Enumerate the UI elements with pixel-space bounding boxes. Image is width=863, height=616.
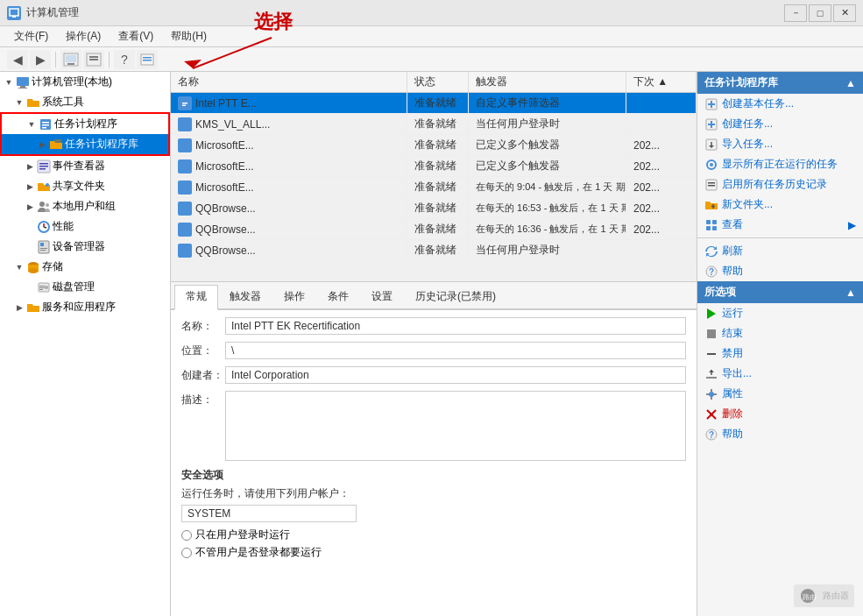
expand-event-icon[interactable]: ▶ <box>25 161 35 172</box>
tree-item-services[interactable]: ▶ 服务和应用程序 <box>0 297 170 317</box>
tree-item-root[interactable]: ▼ 计算机管理(本地) <box>0 72 170 92</box>
expand-disk-icon[interactable] <box>25 282 35 293</box>
action-create-basic[interactable]: 创建基本任务... <box>697 94 863 114</box>
toolbar-btn1[interactable] <box>60 50 81 69</box>
action-run[interactable]: 运行 <box>697 303 863 323</box>
col-name[interactable]: 名称 <box>171 72 407 92</box>
storage-icon <box>26 260 40 274</box>
table-row[interactable]: MicrosoftE... 准备就绪 已定义多个触发器 202... <box>171 156 697 177</box>
tree-label-event: 事件查看器 <box>53 159 105 173</box>
toolbar-forward[interactable]: ▶ <box>30 50 51 69</box>
cell-status: 准备就绪 <box>407 114 469 134</box>
tree-item-perf[interactable]: 性能 <box>0 216 170 237</box>
menu-help[interactable]: 帮助(H) <box>164 27 214 46</box>
action-help-2[interactable]: ? 帮助 <box>697 424 863 444</box>
toolbar-help[interactable]: ? <box>114 50 135 69</box>
action-disable[interactable]: 禁用 <box>697 343 863 364</box>
desc-label: 描述： <box>181 391 225 407</box>
col-next[interactable]: 下次 ▲ <box>626 72 697 92</box>
table-row[interactable]: Intel PTT E... 准备就绪 自定义事件筛选器 <box>171 93 697 114</box>
tab-history[interactable]: 历史记录(已禁用) <box>404 285 507 308</box>
tree-item-task-sched[interactable]: ▼ 任务计划程序 <box>2 114 168 134</box>
action-new-folder-label: 新文件夹... <box>722 197 773 212</box>
tree-item-device[interactable]: 设备管理器 <box>0 237 170 257</box>
action-import[interactable]: 导入任务... <box>697 134 863 154</box>
tree-item-local-users[interactable]: ▶ 本地用户和组 <box>0 196 170 216</box>
expand-shared-icon[interactable]: ▶ <box>25 181 35 192</box>
actions-header-2[interactable]: 所选项 ▲ <box>697 281 863 303</box>
table-row[interactable]: QQBrowse... 准备就绪 当任何用户登录时 <box>171 240 697 261</box>
services-icon <box>26 301 40 315</box>
tree-item-shared[interactable]: ▶ 共享文件夹 <box>0 176 170 196</box>
cell-status: 准备就绪 <box>407 177 469 197</box>
shared-icon <box>37 180 51 194</box>
expand-icon[interactable]: ▼ <box>4 77 14 88</box>
radio-1[interactable] <box>181 530 192 541</box>
actions-header-1-label: 任务计划程序库 <box>704 75 778 90</box>
table-row[interactable]: KMS_VL_ALL... 准备就绪 当任何用户登录时 <box>171 114 697 135</box>
svg-point-47 <box>180 183 189 192</box>
toolbar-back[interactable]: ◀ <box>7 50 28 69</box>
action-show-running[interactable]: 显示所有正在运行的任务 <box>697 154 863 174</box>
tab-actions[interactable]: 操作 <box>272 285 316 308</box>
action-enable-history[interactable]: 启用所有任务历史记录 <box>697 174 863 195</box>
minimize-button[interactable]: － <box>784 4 807 22</box>
tree-item-sys-tools[interactable]: ▼ 系统工具 <box>0 92 170 112</box>
tab-general[interactable]: 常规 <box>174 285 218 310</box>
action-refresh[interactable]: 刷新 <box>697 241 863 261</box>
device-icon <box>37 240 51 254</box>
action-view[interactable]: 查看 ▶ <box>697 215 863 235</box>
cell-name: KMS_VL_ALL... <box>171 114 407 134</box>
table-row[interactable]: MicrosoftE... 准备就绪 在每天的 9:04 - 触发后，在 1 天… <box>171 177 697 198</box>
action-export[interactable]: 导出... <box>697 364 863 384</box>
action-properties[interactable]: 属性 <box>697 384 863 404</box>
cell-name: Intel PTT E... <box>171 93 407 113</box>
expand-tasklib-icon[interactable]: ▶ <box>37 139 47 150</box>
tab-triggers[interactable]: 触发器 <box>218 285 272 308</box>
tree-item-storage[interactable]: ▼ 存储 <box>0 257 170 277</box>
col-trigger[interactable]: 触发器 <box>469 72 626 92</box>
table-row[interactable]: MicrosoftE... 准备就绪 已定义多个触发器 202... <box>171 135 697 156</box>
radio-2[interactable] <box>181 548 192 558</box>
action-delete[interactable]: 删除 <box>697 404 863 424</box>
tab-settings[interactable]: 设置 <box>360 285 404 308</box>
menu-action[interactable]: 操作(A) <box>59 27 108 46</box>
cell-next <box>626 114 697 134</box>
cell-status: 准备就绪 <box>407 198 469 218</box>
actions-panel: 任务计划程序库 ▲ 创建基本任务... 创建任务... 导入任务... <box>697 72 863 616</box>
close-button[interactable]: ✕ <box>833 4 856 22</box>
tree-panel: ▼ 计算机管理(本地) ▼ 系统工具 <box>0 72 171 616</box>
action-help-1[interactable]: ? 帮助 <box>697 261 863 281</box>
col-status[interactable]: 状态 <box>407 72 469 92</box>
expand-users-icon[interactable]: ▶ <box>25 202 35 212</box>
expand-perf-icon[interactable] <box>25 222 35 232</box>
menu-file[interactable]: 文件(F) <box>7 27 55 46</box>
svg-rect-19 <box>42 127 46 129</box>
cell-next: 202... <box>626 219 697 239</box>
toolbar-btn3[interactable] <box>137 50 158 69</box>
expand-storage-icon[interactable]: ▼ <box>14 262 25 273</box>
expand-services-icon[interactable]: ▶ <box>14 302 25 313</box>
expand-task-icon[interactable]: ▼ <box>26 119 37 130</box>
action-new-folder[interactable]: 新文件夹... <box>697 195 863 215</box>
menu-view[interactable]: 查看(V) <box>111 27 160 46</box>
location-value: \ <box>225 342 686 359</box>
toolbar-btn2[interactable] <box>83 50 104 69</box>
svg-rect-74 <box>707 329 716 338</box>
tree-item-task-lib[interactable]: ▶ 任务计划程序库 <box>2 134 168 154</box>
tree-item-disk[interactable]: 磁盘管理 <box>0 277 170 297</box>
table-row[interactable]: QQBrowse... 准备就绪 在每天的 16:36 - 触发后，在 1 天 … <box>171 219 697 240</box>
tree-label-users: 本地用户和组 <box>53 199 116 214</box>
svg-point-35 <box>28 268 39 273</box>
actions-header-1[interactable]: 任务计划程序库 ▲ <box>697 72 863 94</box>
expand-device-icon[interactable] <box>25 242 35 252</box>
maximize-button[interactable]: □ <box>809 4 831 22</box>
action-create-task[interactable]: 创建任务... <box>697 114 863 134</box>
action-export-label: 导出... <box>722 366 752 381</box>
tree-item-event-viewer[interactable]: ▶ 事件查看器 <box>0 156 170 176</box>
action-end[interactable]: 结束 <box>697 323 863 343</box>
expand-sys-icon[interactable]: ▼ <box>14 97 25 108</box>
svg-rect-4 <box>67 63 74 65</box>
tab-conditions[interactable]: 条件 <box>316 285 360 308</box>
table-row[interactable]: QQBrowse... 准备就绪 在每天的 16:53 - 触发后，在 1 天 … <box>171 198 697 219</box>
